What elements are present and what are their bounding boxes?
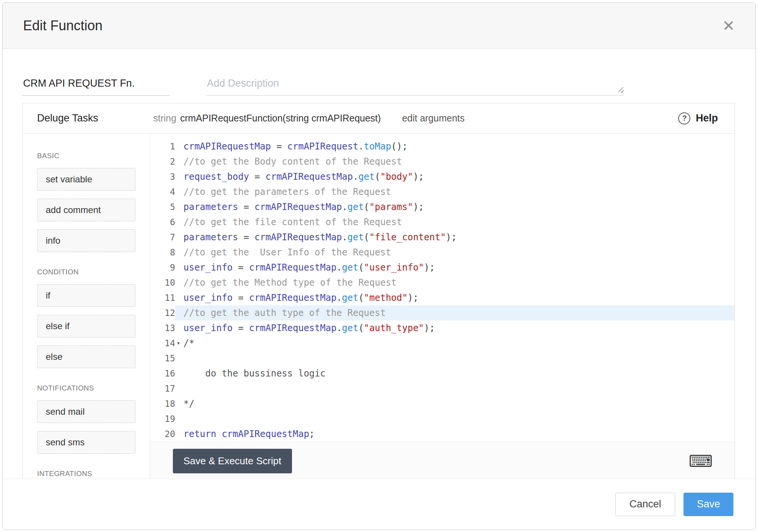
signature-return-type: string [153,113,176,123]
line-number: 6 [150,215,175,230]
task-else-if[interactable]: else if [37,315,135,338]
line-number: 4 [150,184,175,199]
signature-text: crmAPIRequestFunction(string crmAPIReque… [180,113,381,123]
code-line-text: //to get the file content of the Request [175,215,735,230]
panel-title: Deluge Tasks [23,112,153,124]
sidebar-section-label: BASIC [37,152,150,160]
page-title: Edit Function [23,18,722,34]
function-signature: stringcrmAPIRequestFunction(string crmAP… [153,113,381,124]
code-line[interactable]: 2//to get the Body content of the Reques… [150,154,735,169]
line-number: 12 [150,305,175,320]
edit-function-modal: Edit Function ✕ Deluge Tasks stringcrmAP… [2,2,756,530]
code-line[interactable]: 4//to get the parameters of the Request [150,184,735,199]
line-number: 3 [150,169,175,184]
line-number: 20 [150,426,175,442]
line-number: 5 [150,199,175,215]
help-button[interactable]: ? Help [678,112,735,124]
code-line[interactable]: 19 [150,411,735,426]
function-name-input[interactable] [22,75,170,95]
code-line[interactable]: 3request_body = crmAPIRequestMap.get("bo… [150,169,735,184]
code-line[interactable]: 17 [150,381,735,396]
resize-grip-icon[interactable] [617,86,624,93]
task-send-sms[interactable]: send sms [37,431,135,454]
code-line-text: //to get the auth type of the Request [175,305,735,320]
sidebar-section-label: INTEGRATIONS [37,470,150,478]
code-line-text: user_info = crmAPIRequestMap.get("auth_t… [175,320,735,336]
line-number: 1 [150,139,175,154]
task-sidebar: BASICset variableadd commentinfoCONDITIO… [23,134,150,480]
question-mark-icon: ? [678,112,690,124]
line-number: 8 [150,245,175,260]
code-lines: 1crmAPIRequestMap = crmAPIRequest.toMap(… [150,134,735,442]
save-button[interactable]: Save [683,493,733,516]
code-line-text [175,351,735,366]
code-line[interactable]: 9user_info = crmAPIRequestMap.get("user_… [150,260,735,275]
fold-arrow-icon[interactable]: ▾ [177,336,180,351]
code-line[interactable]: 11user_info = crmAPIRequestMap.get("meth… [150,290,735,305]
line-number: 10 [150,275,175,290]
code-line[interactable]: 8//to get the User Info of the Request [150,245,735,260]
panel-header: Deluge Tasks stringcrmAPIRequestFunction… [23,103,735,134]
task-else[interactable]: else [37,345,135,368]
panel-content: BASICset variableadd commentinfoCONDITIO… [23,134,735,480]
line-number: 18 [150,396,175,411]
code-line-text: /* [175,336,735,351]
task-send-mail[interactable]: send mail [37,400,135,423]
code-line-text: user_info = crmAPIRequestMap.get("user_i… [175,260,735,275]
code-line[interactable]: 13user_info = crmAPIRequestMap.get("auth… [150,320,735,336]
code-line-text: return crmAPIRequestMap; [175,426,735,442]
task-info[interactable]: info [37,229,135,252]
sidebar-section-label: CONDITION [37,268,150,276]
line-number: 19 [150,411,175,426]
code-line-text: //to get the parameters of the Request [175,184,735,199]
code-line[interactable]: 5parameters = crmAPIRequestMap.get("para… [150,199,735,215]
code-line[interactable]: 10//to get the Method type of the Reques… [150,275,735,290]
line-number: 16 [150,366,175,381]
line-number: 15 [150,351,175,366]
code-line-text: crmAPIRequestMap = crmAPIRequest.toMap()… [175,139,735,154]
code-line-text: request_body = crmAPIRequestMap.get("bod… [175,169,735,184]
modal-footer: Cancel Save [3,479,755,529]
code-line[interactable]: 15 [150,351,735,366]
sidebar-section-label: NOTIFICATIONS [37,384,150,392]
line-number: 2 [150,154,175,169]
keyboard-icon[interactable]: ⌨ [688,453,713,470]
code-line-text: //to get the User Info of the Request [175,245,735,260]
code-line-text: //to get the Method type of the Request [175,275,735,290]
code-line-text: user_info = crmAPIRequestMap.get("method… [175,290,735,305]
close-icon[interactable]: ✕ [722,18,735,33]
code-line[interactable]: 20return crmAPIRequestMap; [150,426,735,442]
code-line[interactable]: 12//to get the auth type of the Request [150,305,735,320]
code-line[interactable]: 16 do the bussiness logic [150,366,735,381]
description-input[interactable] [206,75,624,95]
code-line-text: parameters = crmAPIRequestMap.get("file_… [175,230,735,245]
modal-header: Edit Function ✕ [3,3,755,49]
code-line-text: parameters = crmAPIRequestMap.get("param… [175,199,735,215]
code-line[interactable]: 6//to get the file content of the Reques… [150,215,735,230]
code-line[interactable]: 14▾/* [150,336,735,351]
line-number: 13 [150,320,175,336]
code-line-text: do the bussiness logic [175,366,735,381]
save-execute-button[interactable]: Save & Execute Script [173,449,292,473]
code-line-text: */ [175,396,735,411]
edit-arguments-link[interactable]: edit arguments [402,113,464,124]
editor-footer: Save & Execute Script ⌨ [150,442,735,480]
line-number: 14 [150,336,175,351]
code-line-text [175,411,735,426]
task-add-comment[interactable]: add comment [37,199,135,221]
code-line[interactable]: 18*/ [150,396,735,411]
code-line[interactable]: 7parameters = crmAPIRequestMap.get("file… [150,230,735,245]
line-number: 7 [150,230,175,245]
line-number: 17 [150,381,175,396]
cancel-button[interactable]: Cancel [615,493,675,516]
description-field [206,75,624,96]
line-number: 11 [150,290,175,305]
line-number: 9 [150,260,175,275]
code-line[interactable]: 1crmAPIRequestMap = crmAPIRequest.toMap(… [150,139,735,154]
deluge-tasks-panel: Deluge Tasks stringcrmAPIRequestFunction… [22,103,735,481]
function-name-field [22,75,170,96]
task-set-variable[interactable]: set variable [37,168,135,191]
task-if[interactable]: if [37,284,135,307]
code-line-text: //to get the Body content of the Request [175,154,735,169]
code-editor[interactable]: 1crmAPIRequestMap = crmAPIRequest.toMap(… [150,134,735,480]
